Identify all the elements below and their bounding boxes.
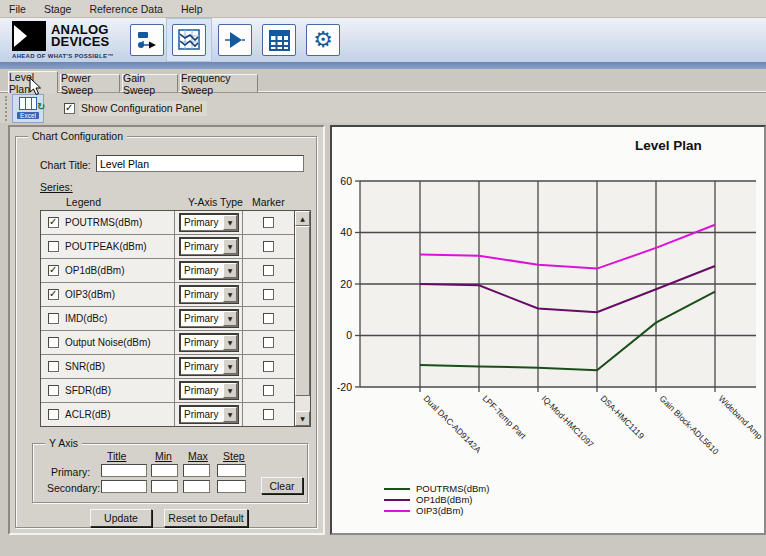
marker-checkbox[interactable] bbox=[263, 409, 274, 420]
menu-help[interactable]: Help bbox=[172, 1, 212, 17]
clear-button[interactable]: Clear bbox=[261, 477, 303, 494]
series-label: Output Noise(dBm) bbox=[65, 337, 151, 348]
marker-checkbox[interactable] bbox=[263, 265, 274, 276]
chevron-down-icon[interactable]: ▼ bbox=[223, 359, 237, 374]
secondary-max-input[interactable] bbox=[183, 480, 210, 493]
series-table-scrollbar[interactable]: ▲ ▼ bbox=[295, 210, 311, 427]
chevron-down-icon[interactable]: ▼ bbox=[223, 263, 237, 278]
marker-checkbox[interactable] bbox=[263, 241, 274, 252]
y-axis-col-step: Step bbox=[223, 450, 245, 462]
chevron-down-icon[interactable]: ▼ bbox=[223, 383, 237, 398]
analog-devices-logo: ANALOG DEVICES AHEAD OF WHAT'S POSSIBLE™ bbox=[12, 21, 113, 59]
scroll-up-arrow-icon[interactable]: ▲ bbox=[295, 211, 310, 226]
y-axis-type-value: Primary bbox=[184, 313, 218, 324]
scroll-down-arrow-icon[interactable]: ▼ bbox=[295, 411, 310, 426]
series-enabled-checkbox[interactable] bbox=[48, 409, 59, 420]
series-enabled-checkbox[interactable] bbox=[48, 241, 59, 252]
svg-text:LPF-Temp Part: LPF-Temp Part bbox=[481, 393, 529, 441]
menu-file[interactable]: File bbox=[0, 1, 35, 17]
y-axis-type-dropdown[interactable]: Primary▼ bbox=[180, 358, 238, 375]
series-row: IMD(dBc)Primary▼ bbox=[41, 307, 294, 331]
main-toolbar: ANALOG DEVICES AHEAD OF WHAT'S POSSIBLE™ bbox=[0, 18, 766, 62]
y-axis-type-value: Primary bbox=[184, 409, 218, 420]
menu-reference-data[interactable]: Reference Data bbox=[80, 1, 172, 17]
y-axis-type-dropdown[interactable]: Primary▼ bbox=[180, 214, 238, 231]
series-enabled-checkbox[interactable] bbox=[48, 337, 59, 348]
tab-power-sweep[interactable]: Power Sweep bbox=[60, 74, 120, 92]
y-axis-type-dropdown[interactable]: Primary▼ bbox=[180, 406, 238, 423]
y-axis-type-dropdown[interactable]: Primary▼ bbox=[180, 310, 238, 327]
settings-gear-icon[interactable]: ⚙ bbox=[306, 24, 340, 56]
chart-title-label: Chart Title: bbox=[40, 159, 91, 171]
table-icon[interactable] bbox=[262, 24, 296, 56]
primary-title-input[interactable] bbox=[101, 464, 147, 477]
chevron-down-icon[interactable]: ▼ bbox=[223, 335, 237, 350]
y-axis-type-value: Primary bbox=[184, 265, 218, 276]
y-axis-col-min: Min bbox=[155, 450, 172, 462]
chart-title-input[interactable] bbox=[96, 155, 304, 172]
series-enabled-checkbox[interactable] bbox=[48, 361, 59, 372]
primary-step-input[interactable] bbox=[217, 464, 246, 477]
stage-diagram-icon[interactable] bbox=[130, 24, 164, 56]
secondary-min-input[interactable] bbox=[151, 480, 178, 493]
series-label: OIP3(dBm) bbox=[65, 289, 115, 300]
toolbar-grip-handle[interactable] bbox=[5, 96, 8, 121]
y-axis-type-value: Primary bbox=[184, 217, 218, 228]
marker-checkbox[interactable] bbox=[263, 217, 274, 228]
legend-label: OP1dB(dBm) bbox=[416, 494, 473, 505]
primary-max-input[interactable] bbox=[183, 464, 210, 477]
series-label: SNR(dB) bbox=[65, 361, 105, 372]
series-enabled-checkbox[interactable] bbox=[48, 385, 59, 396]
tab-label: Power Sweep bbox=[61, 72, 119, 96]
y-axis-type-dropdown[interactable]: Primary▼ bbox=[180, 334, 238, 351]
show-configuration-checkbox[interactable] bbox=[64, 103, 75, 114]
tab-label: Gain Sweep bbox=[123, 72, 177, 96]
scrollbar-thumb[interactable] bbox=[295, 226, 310, 396]
reset-to-default-button[interactable]: Reset to Default bbox=[164, 509, 248, 527]
series-label: OP1dB(dBm) bbox=[65, 265, 124, 276]
series-row: OIP3(dBm)Primary▼ bbox=[41, 283, 294, 307]
series-row: SFDR(dB)Primary▼ bbox=[41, 379, 294, 403]
toolbar-bottom-strip bbox=[0, 62, 766, 69]
tab-frequency-sweep[interactable]: Frequency Sweep bbox=[180, 74, 258, 92]
primary-min-input[interactable] bbox=[151, 464, 178, 477]
secondary-step-input[interactable] bbox=[217, 480, 246, 493]
series-enabled-checkbox[interactable] bbox=[48, 265, 59, 276]
y-axis-type-dropdown[interactable]: Primary▼ bbox=[180, 382, 238, 399]
series-label: SFDR(dB) bbox=[65, 385, 111, 396]
chevron-down-icon[interactable]: ▼ bbox=[223, 311, 237, 326]
marker-checkbox[interactable] bbox=[263, 361, 274, 372]
marker-checkbox[interactable] bbox=[263, 385, 274, 396]
y-axis-type-dropdown[interactable]: Primary▼ bbox=[180, 238, 238, 255]
update-button[interactable]: Update bbox=[90, 509, 152, 527]
export-to-excel-button[interactable]: ↻ Excel bbox=[12, 94, 44, 123]
chevron-down-icon[interactable]: ▼ bbox=[223, 287, 237, 302]
column-header-marker: Marker bbox=[252, 196, 285, 208]
menu-stage[interactable]: Stage bbox=[35, 1, 80, 17]
series-enabled-checkbox[interactable] bbox=[48, 217, 59, 228]
series-enabled-checkbox[interactable] bbox=[48, 289, 59, 300]
marker-checkbox[interactable] bbox=[263, 313, 274, 324]
secondary-title-input[interactable] bbox=[101, 480, 147, 493]
y-axis-groupbox-title: Y Axis bbox=[45, 437, 82, 449]
update-button-label: Update bbox=[104, 512, 138, 524]
legend-line-swatch bbox=[384, 510, 410, 512]
legend-label: POUTRMS(dBm) bbox=[416, 483, 489, 494]
marker-checkbox[interactable] bbox=[263, 289, 274, 300]
marker-checkbox[interactable] bbox=[263, 337, 274, 348]
logo-line2: DEVICES bbox=[51, 36, 109, 48]
logo-tagline: AHEAD OF WHAT'S POSSIBLE™ bbox=[12, 53, 113, 59]
chart-icon[interactable] bbox=[172, 24, 206, 56]
amplifier-icon[interactable] bbox=[218, 24, 252, 56]
chevron-down-icon[interactable]: ▼ bbox=[223, 239, 237, 254]
svg-text:-20: -20 bbox=[337, 381, 352, 393]
y-axis-type-dropdown[interactable]: Primary▼ bbox=[180, 262, 238, 279]
chevron-down-icon[interactable]: ▼ bbox=[223, 407, 237, 422]
chevron-down-icon[interactable]: ▼ bbox=[223, 215, 237, 230]
series-label: POUTRMS(dBm) bbox=[65, 217, 142, 228]
y-axis-type-dropdown[interactable]: Primary▼ bbox=[180, 286, 238, 303]
series-section-label: Series: bbox=[40, 181, 73, 193]
svg-text:Gain Block-ADL5610: Gain Block-ADL5610 bbox=[658, 393, 721, 456]
series-enabled-checkbox[interactable] bbox=[48, 313, 59, 324]
tab-gain-sweep[interactable]: Gain Sweep bbox=[122, 74, 178, 92]
